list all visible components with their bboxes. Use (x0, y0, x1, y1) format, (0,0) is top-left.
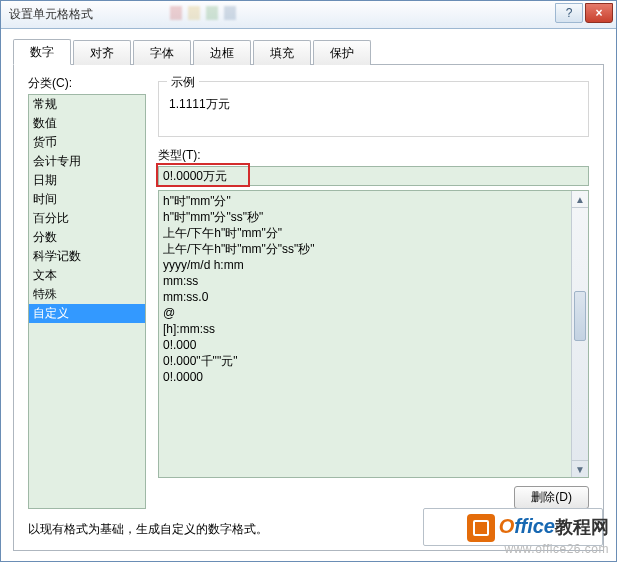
format-item[interactable]: h"时"mm"分" (163, 193, 584, 209)
help-button[interactable]: ? (555, 3, 583, 23)
tab-fill[interactable]: 填充 (253, 40, 311, 65)
format-item[interactable]: 0!.000"千""元" (163, 353, 584, 369)
category-list[interactable]: 常规数值货币会计专用日期时间百分比分数科学记数文本特殊自定义 (28, 94, 146, 509)
watermark-brand: Office教程网 (467, 514, 609, 542)
delete-row: 删除(D) (158, 486, 589, 509)
scroll-thumb[interactable] (574, 291, 586, 341)
close-button[interactable]: × (585, 3, 613, 23)
format-item[interactable]: mm:ss.0 (163, 289, 584, 305)
background-ghost-icons (170, 6, 236, 20)
category-column: 分类(C): 常规数值货币会计专用日期时间百分比分数科学记数文本特殊自定义 (28, 75, 146, 509)
scroll-up-icon[interactable]: ▲ (572, 191, 588, 208)
format-item[interactable]: mm:ss (163, 273, 584, 289)
category-item[interactable]: 常规 (29, 95, 145, 114)
category-item[interactable]: 时间 (29, 190, 145, 209)
type-input-wrap (158, 166, 589, 186)
titlebar: 设置单元格格式 ? × (1, 1, 616, 29)
format-item[interactable]: @ (163, 305, 584, 321)
client-area: 数字 对齐 字体 边框 填充 保护 分类(C): 常规数值货币会计专用日期时间百… (1, 29, 616, 561)
delete-button[interactable]: 删除(D) (514, 486, 589, 509)
tab-font[interactable]: 字体 (133, 40, 191, 65)
tab-number[interactable]: 数字 (13, 39, 71, 65)
tab-panel: 分类(C): 常规数值货币会计专用日期时间百分比分数科学记数文本特殊自定义 示例… (13, 65, 604, 551)
type-input[interactable] (158, 166, 589, 186)
category-item[interactable]: 会计专用 (29, 152, 145, 171)
window-title: 设置单元格格式 (9, 6, 93, 23)
tab-border[interactable]: 边框 (193, 40, 251, 65)
office-logo-icon (467, 514, 495, 542)
format-item[interactable]: 上午/下午h"时"mm"分" (163, 225, 584, 241)
scroll-down-icon[interactable]: ▼ (572, 460, 588, 477)
category-item[interactable]: 自定义 (29, 304, 145, 323)
format-item[interactable]: yyyy/m/d h:mm (163, 257, 584, 273)
category-item[interactable]: 日期 (29, 171, 145, 190)
scrollbar[interactable]: ▲ ▼ (571, 191, 588, 477)
category-item[interactable]: 百分比 (29, 209, 145, 228)
watermark-url: www.office26.com (467, 542, 609, 556)
format-item[interactable]: h"时"mm"分"ss"秒" (163, 209, 584, 225)
format-item[interactable]: 上午/下午h"时"mm"分"ss"秒" (163, 241, 584, 257)
category-label: 分类(C): (28, 75, 146, 92)
tab-protection[interactable]: 保护 (313, 40, 371, 65)
example-title: 示例 (167, 74, 199, 91)
tab-alignment[interactable]: 对齐 (73, 40, 131, 65)
dialog-window: 设置单元格格式 ? × 数字 对齐 字体 边框 填充 保护 分类(C): 常规数… (0, 0, 617, 562)
detail-column: 示例 1.1111万元 类型(T): h"时"mm"分"h"时"mm"分"ss"… (158, 75, 589, 509)
category-item[interactable]: 分数 (29, 228, 145, 247)
example-group: 示例 1.1111万元 (158, 81, 589, 137)
format-item[interactable]: 0!.000 (163, 337, 584, 353)
category-item[interactable]: 特殊 (29, 285, 145, 304)
format-item[interactable]: [h]:mm:ss (163, 321, 584, 337)
tab-strip: 数字 对齐 字体 边框 填充 保护 (13, 39, 604, 65)
type-label: 类型(T): (158, 147, 589, 164)
window-controls: ? × (555, 7, 616, 23)
format-list[interactable]: h"时"mm"分"h"时"mm"分"ss"秒"上午/下午h"时"mm"分"上午/… (158, 190, 589, 478)
panel-body: 分类(C): 常规数值货币会计专用日期时间百分比分数科学记数文本特殊自定义 示例… (28, 75, 589, 509)
category-item[interactable]: 文本 (29, 266, 145, 285)
example-value: 1.1111万元 (169, 96, 578, 113)
format-item[interactable]: 0!.0000 (163, 369, 584, 385)
category-item[interactable]: 货币 (29, 133, 145, 152)
category-item[interactable]: 数值 (29, 114, 145, 133)
category-item[interactable]: 科学记数 (29, 247, 145, 266)
watermark: Office教程网 www.office26.com (467, 514, 609, 556)
